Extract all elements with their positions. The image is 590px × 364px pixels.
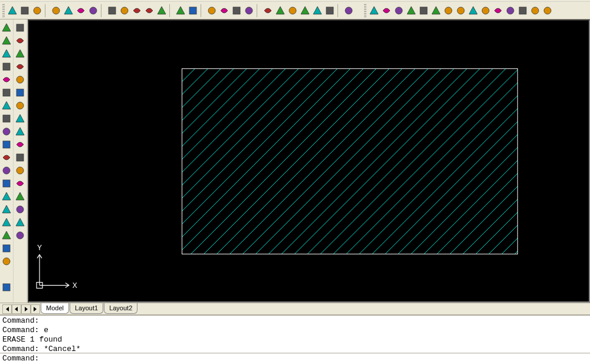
tab-nav-next[interactable]	[21, 304, 31, 314]
angular-dim-icon[interactable]	[455, 5, 467, 17]
save-icon[interactable]	[31, 5, 43, 17]
unsaved-layer-icon[interactable]	[14, 22, 26, 34]
line-icon[interactable]	[1, 22, 12, 34]
tab-layout1[interactable]: Layout1	[70, 303, 103, 314]
paste-icon[interactable]	[131, 5, 143, 17]
radius-icon[interactable]	[418, 5, 430, 17]
sphere-icon[interactable]	[14, 74, 26, 86]
gradient-icon[interactable]	[1, 217, 12, 228]
print-icon[interactable]	[50, 5, 62, 17]
polyline-icon[interactable]	[1, 48, 12, 60]
zoom-in-icon[interactable]	[218, 5, 230, 17]
svg-point-21	[544, 7, 551, 14]
loft-icon[interactable]	[14, 204, 26, 215]
spline-icon[interactable]	[1, 126, 12, 137]
new-icon[interactable]	[6, 5, 18, 17]
aligned-dim-icon[interactable]	[381, 5, 392, 17]
text-icon[interactable]	[1, 255, 12, 267]
publish-icon[interactable]	[75, 5, 87, 17]
zoom-window-icon[interactable]	[231, 5, 242, 17]
tab-nav-last[interactable]	[31, 304, 40, 314]
cone-icon[interactable]	[14, 61, 26, 73]
toolbar-grip[interactable]	[2, 4, 5, 17]
open-icon[interactable]	[19, 5, 31, 17]
quick-dim-icon[interactable]	[467, 5, 479, 17]
baseline-icon[interactable]	[480, 5, 491, 17]
tab-model[interactable]: Model	[41, 303, 69, 314]
revcloud-icon[interactable]	[1, 113, 12, 124]
hatch-icon[interactable]	[1, 204, 12, 215]
extrude-icon[interactable]	[14, 165, 26, 176]
copy-icon[interactable]	[119, 5, 130, 17]
svg-line-77	[463, 68, 589, 254]
point-icon[interactable]	[1, 191, 12, 202]
target-icon[interactable]	[14, 229, 26, 241]
command-line[interactable]: Command:	[0, 353, 590, 364]
polygon-icon[interactable]	[1, 61, 12, 73]
help-icon[interactable]	[343, 5, 355, 17]
svg-point-18	[507, 7, 514, 14]
circle-icon[interactable]	[1, 100, 12, 112]
arc-icon[interactable]	[1, 87, 12, 99]
helix-icon[interactable]	[1, 281, 12, 293]
match-properties-icon[interactable]	[143, 5, 155, 17]
torus-icon[interactable]	[14, 100, 26, 112]
svg-point-27	[3, 167, 10, 174]
xline-icon[interactable]	[1, 35, 12, 47]
print-preview-icon[interactable]	[63, 5, 74, 17]
presspull-icon[interactable]	[14, 217, 26, 228]
svg-point-37	[17, 167, 24, 174]
tool-palettes-icon[interactable]	[287, 5, 299, 17]
markup-icon[interactable]	[312, 5, 323, 17]
table-icon[interactable]	[1, 242, 12, 254]
dim-break-icon[interactable]	[517, 5, 529, 17]
svg-rect-11	[326, 7, 333, 14]
diameter-icon[interactable]	[442, 5, 454, 17]
sheet-set-icon[interactable]	[299, 5, 311, 17]
ellipse-arc-icon[interactable]	[1, 152, 12, 163]
find-icon[interactable]	[87, 5, 99, 17]
ordinate-icon[interactable]	[405, 5, 417, 17]
design-center-icon[interactable]	[274, 5, 286, 17]
tab-nav-first[interactable]	[2, 304, 12, 314]
properties-icon[interactable]	[262, 5, 274, 17]
cut-icon[interactable]	[106, 5, 118, 17]
region-icon[interactable]	[1, 229, 12, 241]
undo-icon[interactable]	[175, 5, 186, 17]
tolerance-icon[interactable]	[529, 5, 541, 17]
command-input[interactable]	[39, 354, 588, 363]
paintbrush-icon[interactable]	[156, 5, 168, 17]
arc-length-icon[interactable]	[393, 5, 405, 17]
box-icon[interactable]	[14, 35, 26, 47]
tab-nav-prev[interactable]	[12, 304, 21, 314]
make-block-icon[interactable]	[1, 178, 12, 189]
jogged-icon[interactable]	[430, 5, 442, 17]
tab-layout2[interactable]: Layout2	[104, 303, 137, 314]
[interactable]	[1, 268, 12, 280]
toolbar-grip[interactable]	[364, 4, 366, 17]
calculator-icon[interactable]	[324, 5, 336, 17]
dim-space-icon[interactable]	[504, 5, 516, 17]
zoom-previous-icon[interactable]	[243, 5, 255, 17]
cylinder-icon[interactable]	[14, 87, 26, 99]
svg-point-15	[445, 7, 452, 14]
ellipse-icon[interactable]	[1, 139, 12, 150]
continue-icon[interactable]	[492, 5, 504, 17]
pan-icon[interactable]	[206, 5, 218, 17]
sweep-icon[interactable]	[14, 191, 26, 202]
rectangle-icon[interactable]	[1, 74, 12, 86]
center-mark-icon[interactable]	[542, 5, 553, 17]
redo-icon[interactable]	[187, 5, 199, 17]
planar-icon[interactable]	[14, 152, 26, 163]
svg-point-2	[53, 7, 60, 14]
pyramid-icon[interactable]	[14, 113, 26, 124]
helix-3d-icon[interactable]	[14, 126, 26, 137]
svg-rect-34	[17, 89, 24, 96]
insert-block-icon[interactable]	[1, 165, 12, 176]
polysolid-icon[interactable]	[14, 139, 26, 150]
wedge-icon[interactable]	[14, 48, 26, 60]
drawing-canvas[interactable]: X Y	[28, 19, 590, 303]
revolve-icon[interactable]	[14, 178, 26, 189]
linear-dim-icon[interactable]	[368, 5, 380, 17]
svg-point-39	[17, 232, 24, 239]
